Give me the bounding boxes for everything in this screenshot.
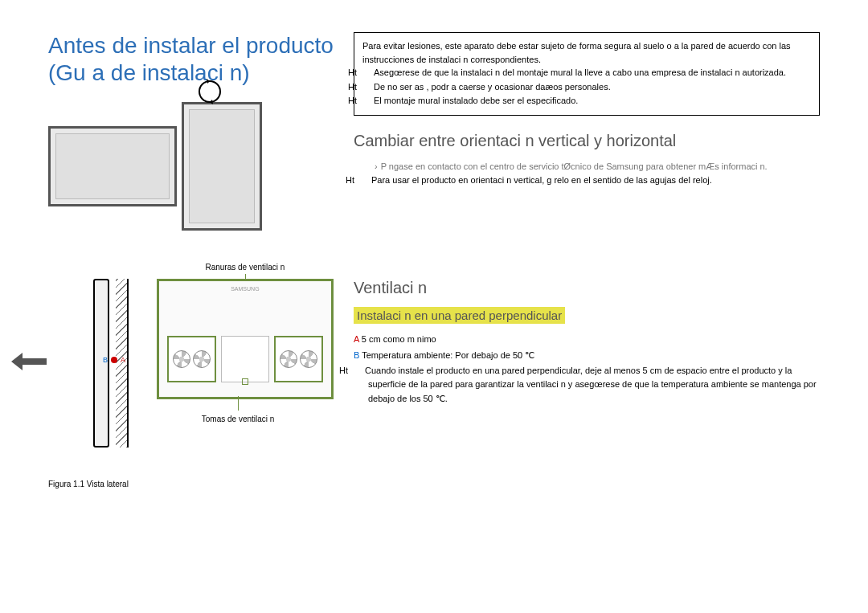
fan-icon — [300, 350, 317, 368]
ba-labels: B A — [103, 356, 125, 364]
fan-icon — [280, 350, 297, 368]
ventilation-title: Ventilaci n — [354, 279, 820, 297]
warning-bullet: Asegœrese de que la instalaci n del mont… — [374, 67, 786, 77]
spec-a-label: A — [354, 334, 359, 344]
warning-bullet: De no ser as , podr a caerse y ocasionar… — [374, 82, 611, 92]
spec-a-text: 5 cm como m nimo — [359, 334, 436, 344]
orientation-bullet: Para usar el producto en orientaci n ver… — [371, 175, 712, 185]
tv-portrait — [182, 102, 262, 231]
orientation-sub: P ngase en contacto con el centro de ser… — [381, 161, 768, 171]
vent-port-center — [221, 336, 270, 382]
fan-module-left — [167, 336, 216, 382]
ventilation-note: Cuando instale el producto en una pared … — [365, 366, 817, 403]
figure-caption: Figura 1.1 Vista lateral — [48, 480, 338, 488]
spec-b-text: Temperatura ambiente: Por debajo de 50 ℃ — [359, 350, 534, 360]
svg-point-0 — [199, 81, 220, 102]
page-title: Antes de instalar el producto (Gu a de i… — [48, 32, 338, 86]
orientation-title: Cambiar entre orientaci n vertical y hor… — [354, 132, 820, 150]
arrow-left-icon — [11, 353, 47, 374]
fan-icon — [173, 350, 190, 368]
ventilation-subtitle: Instalaci n en una pared perpendicular — [354, 307, 565, 324]
tv-landscape — [48, 126, 177, 206]
svg-point-1 — [111, 357, 117, 363]
brand-label: SAMSUNG — [159, 286, 331, 292]
vent-slots-label: Ranuras de ventilaci n — [205, 263, 285, 272]
fan-module-right — [274, 336, 323, 382]
orientation-diagram — [48, 102, 338, 231]
warning-bullet: El montaje mural instalado debe ser el e… — [374, 96, 578, 105]
fan-icon — [193, 350, 211, 368]
warning-box: Para evitar lesiones, este aparato debe … — [354, 32, 820, 116]
rear-panel: SAMSUNG — [157, 279, 334, 399]
vent-ports-label: Tomas de ventilaci n — [202, 415, 275, 423]
rotate-clockwise-icon — [194, 76, 225, 110]
warning-intro: Para evitar lesiones, este aparato debe … — [362, 39, 811, 66]
